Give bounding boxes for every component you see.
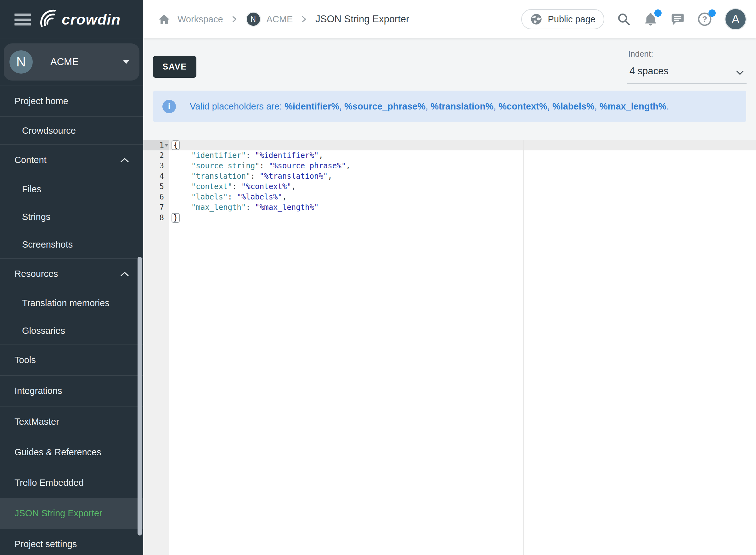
info-icon: i (162, 100, 176, 113)
placeholder: %translation% (430, 101, 494, 112)
chevron-up-icon (120, 157, 129, 163)
sidebar-topbar: crowdin (0, 0, 143, 38)
sidebar-item-label: JSON String Exporter (14, 508, 102, 518)
code-key: "source_string" (192, 161, 260, 170)
sidebar-item-glossaries[interactable]: Glossaries (0, 317, 143, 344)
crowdin-logo-text: crowdin (62, 11, 121, 28)
code-punct: : (260, 161, 269, 170)
project-selector[interactable]: N ACME (4, 43, 139, 81)
code-value: "%translation%" (260, 172, 328, 181)
code-line: "source_string": "%source_phrase%", (169, 161, 756, 171)
help-notification-dot (709, 9, 716, 17)
code-punct: : (227, 193, 237, 201)
sidebar-item-label: Resources (14, 269, 58, 279)
save-button[interactable]: SAVE (153, 56, 197, 78)
sidebar-item-guides-references[interactable]: Guides & References (0, 437, 143, 468)
sidebar-item-translation-memories[interactable]: Translation memories (0, 289, 143, 317)
sidebar-scrollbar[interactable] (137, 257, 142, 536)
sidebar-nav: Project homeCrowdsourceContentFilesStrin… (0, 86, 143, 555)
code-indent (173, 182, 192, 191)
banner-prefix: Valid placeholders are: (190, 101, 285, 112)
globe-icon (530, 13, 543, 26)
help-icon[interactable]: ? (698, 12, 712, 27)
code-value: "%source_phrase%" (268, 161, 346, 170)
gutter-line-number: 3 (143, 161, 169, 171)
code-line: { (169, 140, 756, 151)
code-line: } (169, 213, 756, 223)
code-key: "max_length" (192, 203, 246, 212)
breadcrumb-page-title: JSON String Exporter (316, 13, 409, 25)
gutter-line-number: 8 (143, 213, 169, 223)
messages-icon[interactable] (670, 12, 685, 27)
sidebar-item-crowdsource[interactable]: Crowdsource (0, 117, 143, 144)
sidebar-item-project-settings[interactable]: Project settings (0, 529, 143, 555)
code-key: "translation" (192, 172, 251, 181)
code-punct: , (319, 151, 323, 160)
fold-icon[interactable] (164, 144, 169, 146)
sidebar-item-label: Strings (22, 212, 50, 222)
public-page-button[interactable]: Public page (521, 9, 604, 29)
code-punct: , (282, 193, 287, 201)
code-indent (173, 161, 192, 170)
code-value: "%identifier%" (255, 151, 319, 160)
project-name: ACME (50, 56, 123, 68)
code-editor[interactable]: 12345678 { "identifier": "%identifier%",… (143, 140, 756, 555)
svg-text:?: ? (702, 15, 707, 24)
code-key: "context" (192, 182, 232, 191)
sidebar-item-json-string-exporter[interactable]: JSON String Exporter (0, 498, 143, 528)
gutter-line-number: 5 (143, 181, 169, 192)
code-key: "labels" (192, 193, 228, 201)
placeholder: %context% (499, 101, 547, 112)
sidebar-item-label: Trello Embedded (14, 478, 84, 488)
sidebar-item-label: TextMaster (14, 417, 59, 427)
user-avatar[interactable]: A (724, 8, 747, 30)
code-indent (173, 193, 192, 201)
project-avatar: N (9, 50, 33, 74)
sidebar-item-label: Integrations (14, 386, 62, 396)
code-line: "max_length": "%max_length%" (169, 202, 756, 213)
placeholder: %labels% (552, 101, 594, 112)
sidebar-item-label: Guides & References (14, 447, 101, 458)
sidebar: crowdin N ACME Project homeCrowdsourceCo… (0, 0, 143, 555)
notifications-bell-icon[interactable] (643, 12, 658, 27)
crowdin-logo-mark-icon (37, 8, 60, 31)
code-indent (173, 151, 192, 160)
home-icon[interactable] (158, 14, 170, 25)
indent-select[interactable]: 4 spaces (627, 62, 747, 84)
code-line: "context": "%context%", (169, 181, 756, 192)
gutter-line-number: 4 (143, 171, 169, 181)
breadcrumb-project[interactable]: ACME (266, 14, 293, 25)
bell-notification-dot (654, 9, 662, 17)
sidebar-item-label: Screenshots (22, 240, 73, 250)
code-line: "identifier": "%identifier%", (169, 151, 756, 161)
gutter-line-number: 7 (143, 202, 169, 213)
search-icon[interactable] (617, 12, 631, 26)
code-punct: , (291, 182, 296, 191)
code-punct: : (246, 151, 255, 160)
sidebar-item-resources[interactable]: Resources (0, 259, 143, 289)
sidebar-item-strings[interactable]: Strings (0, 203, 143, 230)
sidebar-item-content[interactable]: Content (0, 145, 143, 175)
code-value: "%labels%" (237, 193, 282, 201)
sidebar-item-integrations[interactable]: Integrations (0, 376, 143, 406)
breadcrumb-project-avatar[interactable]: N (246, 12, 261, 27)
breadcrumb-workspace[interactable]: Workspace (177, 14, 223, 25)
sidebar-item-tools[interactable]: Tools (0, 345, 143, 375)
sidebar-item-project-home[interactable]: Project home (0, 86, 143, 117)
sidebar-item-label: Tools (14, 355, 36, 365)
chevron-right-icon (300, 15, 308, 24)
code-key: "identifier" (192, 151, 246, 160)
code-punct: : (251, 172, 260, 181)
sidebar-item-label: Glossaries (22, 326, 65, 336)
hamburger-menu-icon[interactable] (14, 13, 31, 26)
print-margin-line (523, 140, 524, 555)
sidebar-item-screenshots[interactable]: Screenshots (0, 230, 143, 258)
crowdin-logo[interactable]: crowdin (37, 7, 121, 32)
code-indent (173, 172, 192, 181)
sidebar-item-files[interactable]: Files (0, 175, 143, 203)
editor-code-area[interactable]: { "identifier": "%identifier%", "source_… (169, 140, 756, 555)
code-line: "translation": "%translation%", (169, 171, 756, 181)
sidebar-item-trello-embedded[interactable]: Trello Embedded (0, 468, 143, 498)
sidebar-item-textmaster[interactable]: TextMaster (0, 407, 143, 437)
placeholder: %identifier% (285, 101, 339, 112)
